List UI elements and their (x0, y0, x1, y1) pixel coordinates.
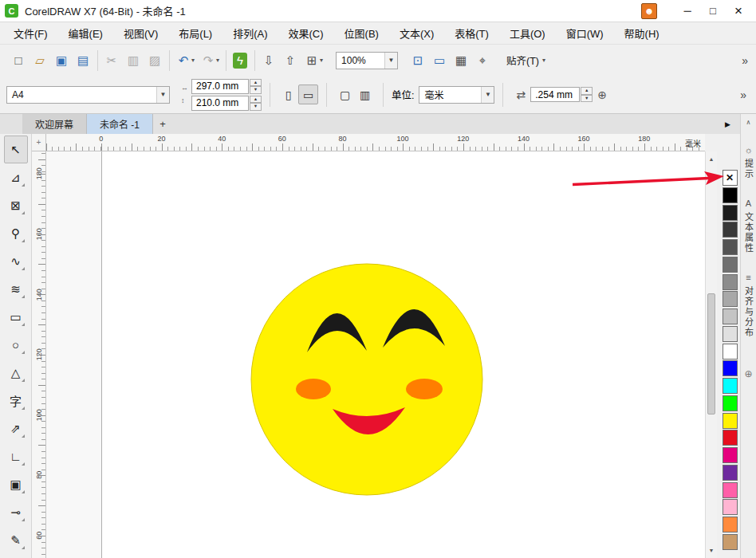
color-eyedropper-tool[interactable]: ⊸ (4, 498, 28, 526)
swatch-orange[interactable] (723, 517, 738, 532)
swatch-black[interactable] (723, 187, 738, 203)
tab-scroll-right-icon[interactable]: ▶ (725, 120, 730, 128)
scrollbar-thumb[interactable] (707, 293, 715, 415)
tab-welcome-screen[interactable]: 欢迎屏幕 (22, 114, 87, 134)
smiley-left-cheek[interactable] (296, 379, 331, 399)
menu-text[interactable]: 文本(X) (389, 22, 444, 44)
spin-down-icon[interactable]: ▼ (250, 103, 262, 111)
quick-customize-icon[interactable]: ⊕ (744, 368, 752, 379)
ellipse-tool[interactable]: ○ (4, 331, 28, 359)
vertical-ruler[interactable]: 1801601401201008060 (32, 151, 46, 558)
page-width-field[interactable]: 297.0 mm (191, 79, 249, 94)
swatch-blue[interactable] (723, 360, 738, 376)
paste-icon[interactable]: ▨ (144, 50, 166, 71)
swatch-green[interactable] (723, 395, 738, 411)
zoom-tool[interactable]: ⚲ (4, 219, 28, 247)
menu-view[interactable]: 视图(V) (113, 22, 168, 44)
menu-bitmaps[interactable]: 位图(B) (334, 22, 389, 44)
freehand-tool[interactable]: ∿ (4, 247, 28, 275)
menu-tools[interactable]: 工具(O) (499, 22, 556, 44)
new-document-tab-button[interactable]: + (153, 114, 172, 134)
canvas-vertical-scrollbar[interactable]: ▲ ▼ (705, 151, 717, 558)
scroll-up-icon[interactable]: ▲ (706, 153, 717, 165)
swatch-purple[interactable] (723, 465, 738, 481)
text-tool[interactable]: 字 (4, 387, 28, 415)
smiley-face-circle[interactable] (251, 264, 482, 495)
swatch-pink[interactable] (723, 482, 738, 498)
all-pages-button[interactable]: ▥ (355, 84, 375, 104)
page-height-field[interactable]: 210.0 mm (191, 96, 249, 111)
rectangle-tool[interactable]: ▭ (4, 303, 28, 331)
menu-file[interactable]: 文件(F) (3, 22, 58, 44)
chevron-down-icon[interactable]: ▼ (384, 53, 397, 69)
current-page-button[interactable]: ▢ (335, 84, 355, 104)
portrait-orientation-button[interactable]: ▯ (278, 84, 298, 104)
snap-target-icon[interactable]: ⌖ (472, 50, 494, 71)
crop-tool[interactable]: ⊠ (4, 191, 28, 219)
nudge-stepper[interactable]: ▲ ▼ (581, 87, 593, 102)
spin-down-icon[interactable]: ▼ (581, 95, 593, 103)
undo-icon[interactable]: ↶▾ (173, 50, 198, 71)
swatch-no-fill[interactable]: ✕ (723, 170, 738, 186)
pick-tool[interactable]: ↖ (4, 136, 28, 163)
menu-table[interactable]: 表格(T) (444, 22, 499, 44)
close-button[interactable]: × (726, 2, 751, 21)
nudge-distance-field[interactable]: .254 mm (530, 87, 580, 102)
drawing-canvas[interactable] (46, 151, 705, 558)
snap-to-button[interactable]: 贴齐(T) ▾ (500, 50, 552, 71)
minimize-button[interactable]: ─ (675, 2, 700, 21)
swatch-pale-pink[interactable] (723, 499, 738, 515)
menu-effects[interactable]: 效果(C) (278, 22, 334, 44)
shape-tool[interactable]: ⊿ (4, 163, 28, 191)
save-icon[interactable]: ▣ (51, 50, 73, 71)
show-rulers-icon[interactable]: ▭ (429, 50, 451, 71)
horizontal-ruler[interactable]: 020406080100120140160180 毫米 (46, 134, 705, 151)
artistic-media-tool[interactable]: ≋ (4, 275, 28, 303)
spin-down-icon[interactable]: ▼ (250, 86, 262, 94)
swatch-50-black[interactable] (723, 274, 738, 290)
toolbar-overflow-button[interactable]: » (738, 54, 751, 67)
duplicate-distance-icon[interactable]: ⊕ (597, 88, 607, 101)
docker-collapse-icon[interactable]: ∧ (746, 119, 751, 126)
maximize-button[interactable]: □ (700, 2, 726, 21)
menu-edit[interactable]: 编辑(E) (58, 22, 113, 44)
menu-help[interactable]: 帮助(H) (614, 22, 670, 44)
swatch-90-black[interactable] (723, 205, 738, 221)
chevron-down-icon[interactable]: ▼ (481, 87, 494, 103)
swatch-20-black[interactable] (723, 326, 738, 342)
swatch-30-black[interactable] (723, 308, 738, 324)
spin-up-icon[interactable]: ▲ (581, 87, 593, 95)
export-icon[interactable]: ⇧ (280, 50, 301, 71)
menu-layout[interactable]: 布局(L) (168, 22, 222, 44)
page-size-select[interactable]: A4 ▼ (6, 86, 170, 104)
swatch-yellow[interactable] (723, 413, 738, 429)
tab-untitled-1[interactable]: 未命名 -1 (87, 114, 153, 134)
swatch-tan[interactable] (723, 534, 738, 550)
copy-icon[interactable]: ▥ (123, 50, 144, 71)
swatch-70-black[interactable] (723, 239, 738, 255)
redo-icon[interactable]: ↷▾ (198, 50, 222, 71)
menu-arrange[interactable]: 排列(A) (222, 22, 278, 44)
docker-tab-text-properties[interactable]: A 文本属性 (742, 198, 755, 253)
connector-tool[interactable]: ∟ (4, 442, 28, 470)
app-launcher-icon[interactable]: ⊞▾ (301, 50, 326, 71)
swatch-white[interactable] (723, 344, 738, 360)
spin-up-icon[interactable]: ▲ (250, 79, 262, 87)
swatch-80-black[interactable] (723, 222, 738, 238)
spin-up-icon[interactable]: ▲ (250, 96, 262, 104)
property-bar-overflow-button[interactable]: » (737, 88, 750, 101)
landscape-orientation-button[interactable]: ▭ (298, 84, 318, 104)
import-icon[interactable]: ⇩ (258, 50, 280, 71)
print-icon[interactable]: ▤ (73, 50, 94, 71)
outline-pen-tool[interactable]: ✎ (4, 526, 28, 554)
open-icon[interactable]: ▱ (30, 50, 51, 71)
scroll-down-icon[interactable]: ▼ (706, 544, 717, 556)
swatch-60-black[interactable] (723, 257, 738, 273)
smiley-right-cheek[interactable] (406, 379, 443, 399)
ruler-origin-icon[interactable]: + (32, 134, 46, 151)
swatch-40-black[interactable] (723, 291, 738, 307)
units-select[interactable]: 毫米 ▼ (419, 86, 494, 104)
show-grid-icon[interactable]: ▦ (451, 50, 472, 71)
chevron-down-icon[interactable]: ▼ (156, 87, 169, 103)
fullscreen-preview-icon[interactable]: ⊡ (408, 50, 429, 71)
